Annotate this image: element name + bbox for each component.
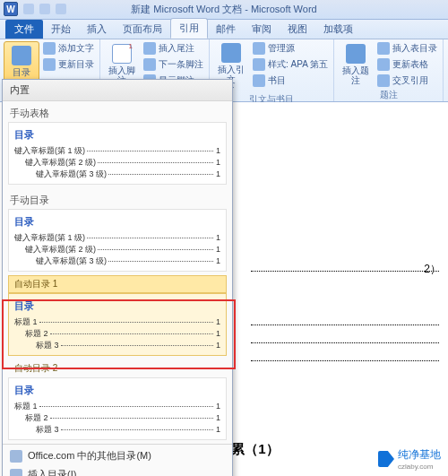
manage-sources-icon [253, 42, 265, 55]
more-toc-office-button[interactable]: Office.com 中的其他目录(M) [3, 446, 232, 465]
toc-option-manual-table[interactable]: 目录 键入章标题(第 1 级)1 键入章标题(第 2 级)1 键入章标题(第 3… [8, 122, 227, 185]
doc-toc-line [251, 360, 439, 361]
tab-addins[interactable]: 加载项 [315, 20, 361, 39]
tab-mail[interactable]: 邮件 [208, 20, 244, 39]
tab-review[interactable]: 审阅 [244, 20, 280, 39]
title-bar: W 新建 Microsoft Word 文档 - Microsoft Word [0, 0, 448, 20]
qat-save-icon[interactable] [23, 4, 34, 14]
manage-sources-button[interactable]: 管理源 [251, 41, 330, 56]
tab-layout[interactable]: 页面布局 [115, 20, 170, 39]
toc-gallery-dropdown: 内置 手动表格 目录 键入章标题(第 1 级)1 键入章标题(第 2 级)1 键… [2, 79, 233, 476]
insert-caption-label: 插入题注 [340, 65, 372, 85]
figures-icon [377, 42, 390, 55]
group-caption-label: 题注 [338, 88, 439, 102]
preview-title: 目录 [14, 384, 220, 397]
tab-references[interactable]: 引用 [170, 18, 208, 39]
add-text-button[interactable]: 添加文字 [41, 41, 96, 56]
preview-title: 目录 [14, 215, 220, 229]
toc-option-auto-2[interactable]: 目录 标题 11 标题 21 标题 31 [8, 377, 227, 440]
insert-endnote-button[interactable]: 插入尾注 [142, 41, 205, 56]
tab-file[interactable]: 文件 [5, 20, 43, 39]
citation-style-button[interactable]: 样式: APA 第五 [251, 57, 330, 72]
next-footnote-icon [143, 58, 156, 71]
dd-label-auto-toc-2: 自动目录 2 [8, 359, 227, 377]
endnote-icon [143, 42, 156, 55]
bibliography-button[interactable]: 书目 [251, 74, 330, 88]
biblio-icon [253, 74, 265, 87]
toc-option-manual-toc[interactable]: 目录 键入章标题(第 1 级)1 键入章标题(第 2 级)1 键入章标题(第 3… [8, 209, 227, 272]
dd-footer: Office.com 中的其他目录(M) 插入目录(I)... 删除目录(R) … [3, 444, 232, 476]
toc-button-label: 目录 [13, 67, 30, 77]
update-table-button[interactable]: 更新表格 [375, 57, 439, 72]
update-table-icon [377, 58, 390, 71]
tab-view[interactable]: 视图 [280, 20, 315, 39]
window-title: 新建 Microsoft Word 文档 - Microsoft Word [131, 3, 316, 16]
cross-reference-button[interactable]: 交叉引用 [375, 74, 439, 88]
office-icon [10, 450, 22, 463]
toc-icon [12, 46, 31, 65]
style-icon [253, 58, 265, 71]
add-text-icon [43, 42, 56, 55]
qat-undo-icon[interactable] [39, 4, 50, 14]
update-toc-icon [43, 58, 56, 71]
footnote-icon: 1 [112, 44, 132, 64]
citation-icon [221, 43, 241, 63]
doc-toc-line [251, 325, 439, 325]
insert-figures-button[interactable]: 插入表目录 [375, 41, 439, 56]
watermark-brand: 纯净基地 czlaby.com [378, 447, 441, 471]
group-index: 标记索引项 插入索引 更新索引 索引 [444, 39, 448, 101]
next-footnote-button[interactable]: 下一条脚注 [142, 57, 205, 72]
group-caption: 插入题注 插入表目录 更新表格 交叉引用 题注 [334, 39, 444, 101]
doc-toc-line [251, 342, 439, 343]
brand-logo-icon [378, 451, 394, 467]
dd-label-manual-toc: 手动目录 [3, 188, 232, 209]
crossref-icon [377, 74, 390, 87]
preview-title: 目录 [14, 299, 220, 313]
preview-title: 目录 [14, 128, 220, 142]
tab-insert[interactable]: 插入 [79, 20, 115, 39]
insert-toc-icon [10, 469, 22, 477]
ribbon-tabs: 文件 开始 插入 页面布局 引用 邮件 审阅 视图 加载项 [0, 20, 448, 39]
brand-name: 纯净基地 [398, 448, 441, 461]
insert-toc-dialog-button[interactable]: 插入目录(I)... [3, 465, 232, 476]
word-app-icon: W [4, 2, 18, 16]
caption-icon [346, 44, 366, 64]
quick-access-toolbar[interactable] [23, 4, 66, 14]
dd-label-manual-table: 手动表格 [3, 101, 232, 122]
insert-caption-button[interactable]: 插入题注 [338, 41, 374, 88]
dd-label-auto-toc-1: 自动目录 1 [8, 275, 227, 293]
tab-home[interactable]: 开始 [43, 20, 79, 39]
qat-redo-icon[interactable] [56, 4, 66, 14]
update-toc-button[interactable]: 更新目录 [41, 57, 96, 72]
toc-option-auto-1[interactable]: 目录 标题 11 标题 21 标题 31 [8, 293, 227, 356]
doc-toc-line [251, 271, 439, 272]
dd-header-builtin: 内置 [3, 80, 232, 101]
brand-url: czlaby.com [398, 463, 441, 471]
